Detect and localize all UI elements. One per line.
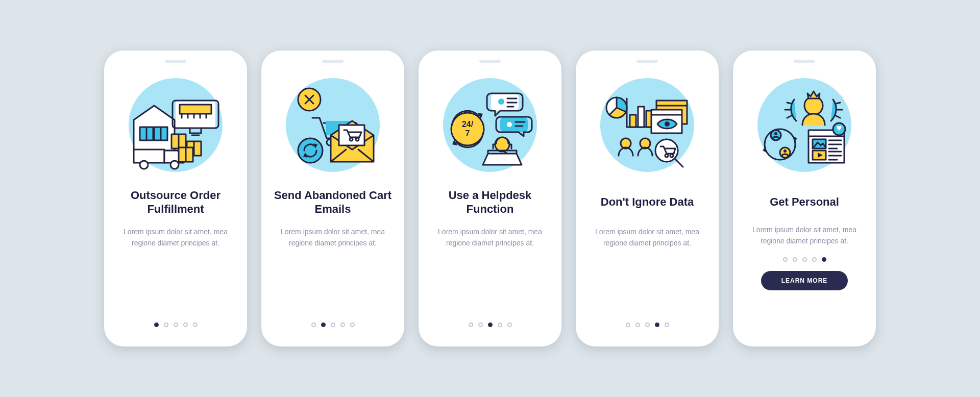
card-description: Lorem ipsum dolor sit amet, mea regione … [274, 226, 391, 249]
pagination-dots [469, 322, 512, 327]
page-dot[interactable] [507, 322, 512, 327]
card-title: Use a Helpdesk Function [431, 187, 549, 217]
onboarding-card: 24/ 7 Use a Helpdesk Function Lorem ipsu… [419, 51, 561, 346]
phone-notch [322, 60, 344, 63]
card-title: Send Abandoned Cart Emails [274, 187, 392, 217]
analytics-data-icon [596, 74, 698, 176]
svg-rect-4 [180, 105, 211, 114]
page-dot[interactable] [488, 322, 493, 327]
page-dot[interactable] [478, 322, 483, 327]
page-dot[interactable] [822, 257, 826, 262]
page-dot[interactable] [193, 322, 198, 327]
onboarding-carousel: Outsource Order Fulfillment Lorem ipsum … [94, 40, 886, 357]
svg-rect-36 [638, 107, 644, 127]
page-dot[interactable] [174, 322, 178, 327]
page-dot[interactable] [802, 257, 807, 262]
learn-more-button[interactable]: LEARN MORE [761, 271, 848, 290]
page-dot[interactable] [812, 257, 817, 262]
svg-point-60 [783, 150, 787, 153]
card-title: Don't Ignore Data [601, 187, 694, 217]
pagination-dots [783, 257, 826, 262]
page-dot[interactable] [469, 322, 473, 327]
page-dot[interactable] [183, 322, 188, 327]
pagination-dots [626, 322, 669, 327]
page-dot[interactable] [655, 322, 659, 327]
svg-text:7: 7 [465, 129, 470, 138]
onboarding-card: Don't Ignore Data Lorem ipsum dolor sit … [576, 51, 719, 346]
card-title: Get Personal [770, 187, 839, 217]
personal-user-icon [753, 74, 855, 176]
card-description: Lorem ipsum dolor sit amet, mea regione … [589, 226, 706, 249]
page-dot[interactable] [635, 322, 640, 327]
card-description: Lorem ipsum dolor sit amet, mea regione … [431, 226, 549, 249]
card-description: Lorem ipsum dolor sit amet, mea regione … [117, 226, 234, 249]
onboarding-card: Outsource Order Fulfillment Lorem ipsum … [104, 51, 247, 346]
page-dot[interactable] [793, 257, 797, 262]
svg-rect-5 [134, 150, 164, 163]
phone-notch [794, 60, 815, 63]
abandoned-cart-email-icon [282, 74, 384, 176]
page-dot[interactable] [340, 322, 345, 327]
page-dot[interactable] [498, 322, 502, 327]
page-dot[interactable] [331, 322, 335, 327]
pagination-dots [154, 322, 198, 327]
svg-rect-31 [500, 117, 528, 132]
svg-point-57 [774, 132, 777, 135]
card-description: Lorem ipsum dolor sit amet, mea regione … [746, 224, 863, 247]
svg-point-32 [507, 122, 512, 127]
page-dot[interactable] [665, 322, 669, 327]
page-dot[interactable] [311, 322, 316, 327]
page-dot[interactable] [154, 322, 159, 327]
svg-point-30 [498, 98, 504, 105]
svg-rect-35 [630, 115, 636, 127]
pagination-dots [311, 322, 355, 327]
phone-notch [165, 60, 186, 63]
page-dot[interactable] [783, 257, 788, 262]
onboarding-card: Send Abandoned Cart Emails Lorem ipsum d… [261, 51, 404, 346]
helpdesk-support-icon: 24/ 7 [439, 74, 541, 176]
svg-text:24/: 24/ [462, 120, 474, 129]
phone-notch [479, 60, 501, 63]
card-title: Outsource Order Fulfillment [116, 187, 235, 217]
onboarding-card: Get Personal Lorem ipsum dolor sit amet,… [733, 51, 876, 346]
page-dot[interactable] [350, 322, 355, 327]
page-dot[interactable] [645, 322, 650, 327]
page-dot[interactable] [321, 322, 326, 327]
svg-point-42 [665, 121, 670, 127]
page-dot[interactable] [164, 322, 168, 327]
page-dot[interactable] [626, 322, 630, 327]
warehouse-shipping-icon [125, 74, 227, 176]
phone-notch [636, 60, 658, 63]
